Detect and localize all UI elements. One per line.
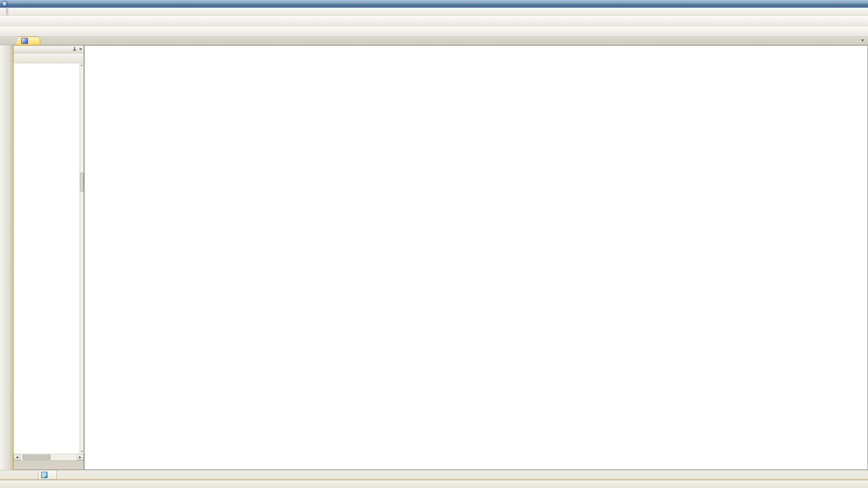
current-state-toolbar [0,26,868,37]
model-tree-list: ▲ ▼ [14,63,84,454]
properties-panel-icon [41,472,47,478]
menu-bar [0,8,868,16]
tree-panel-header: ✕ [14,46,84,53]
properties-bar [0,470,868,480]
app-logo-icon [2,1,8,7]
tree-horizontal-scrollbar[interactable]: ◀ ▶ [14,454,84,460]
scroll-left-icon[interactable]: ◀ [14,455,20,460]
compact-panel-toolbar [0,45,11,470]
menu-grip [6,8,8,15]
hscroll-thumb[interactable] [23,455,51,460]
scroll-down-icon[interactable]: ▼ [80,450,84,454]
pin-icon[interactable] [72,47,77,52]
model-tree-panel: ✕ ▲ ▼ ◀ ▶ [13,45,84,470]
tree-toolbar [14,53,84,63]
tree-bottom-tabs [14,460,84,469]
scroll-thumb[interactable] [80,173,84,192]
model-viewport[interactable] [84,45,868,470]
main-area: ✕ ▲ ▼ ◀ ▶ [0,37,868,470]
scroll-right-icon[interactable]: ▶ [77,455,84,460]
scroll-up-icon[interactable]: ▲ [80,63,84,67]
tree-vertical-scrollbar[interactable]: ▲ ▼ [80,63,84,454]
title-bar [0,0,868,8]
status-bar [0,480,868,488]
standard-toolbar [0,16,868,26]
tree-close-icon[interactable]: ✕ [79,47,82,52]
properties-panel-tab[interactable] [38,470,57,479]
